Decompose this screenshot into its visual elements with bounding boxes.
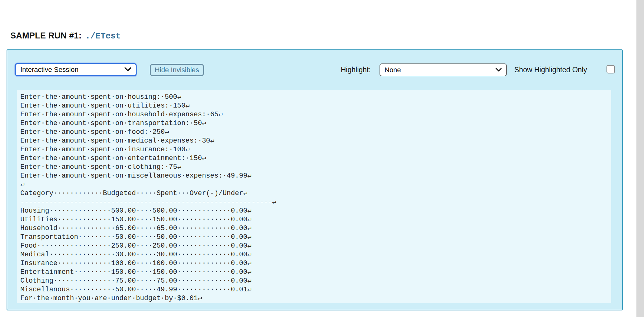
terminal-line: Medical················30.00·····30.00··… (20, 250, 611, 259)
run-command-text: ./ETest (85, 32, 121, 41)
terminal-output: Enter·the·amount·spent·on·housing:·500↵ … (17, 90, 611, 303)
terminal-line: Transportation·········50.00·····50.00··… (20, 233, 611, 242)
terminal-line: Enter·the·amount·spent·on·utilities:·150… (20, 102, 611, 110)
show-highlighted-only-label: Show Highlighted Only (514, 66, 587, 74)
sample-run-panel: Interactive Session Hide Invisibles High… (7, 49, 623, 310)
terminal-line: Enter·the·amount·spent·on·medical·expens… (20, 137, 611, 145)
terminal-line: Enter·the·amount·spent·on·entertainment:… (20, 154, 611, 163)
terminal-line: Enter·the·amount·spent·on·transportation… (20, 119, 611, 128)
hide-invisibles-button[interactable]: Hide Invisibles (150, 64, 204, 76)
terminal-line: Enter·the·amount·spent·on·food:·250↵ (20, 128, 611, 137)
terminal-line: Housing···············500.00····500.00··… (20, 207, 611, 215)
highlight-select-value: None (385, 66, 493, 74)
terminal-line: Enter·the·amount·spent·on·household·expe… (20, 110, 611, 119)
terminal-line: ↵ (20, 180, 611, 189)
terminal-line-table-divider: ----------------------------------------… (20, 198, 611, 207)
terminal-line-table-header: Category············Budgeted·····Spent··… (20, 189, 611, 198)
session-select-value: Interactive Session (20, 66, 122, 74)
highlight-label: Highlight: (341, 66, 371, 74)
terminal-line: Insurance·············100.00····100.00··… (20, 259, 611, 268)
terminal-line: Entertainment·········150.00····150.00··… (20, 268, 611, 277)
page: SAMPLE RUN #1:./ETest Interactive Sessio… (0, 0, 644, 317)
terminal-line: Clothing···············75.00·····75.00··… (20, 277, 611, 285)
sample-run-label: SAMPLE RUN #1: (10, 31, 82, 40)
session-select[interactable]: Interactive Session (15, 63, 137, 76)
show-highlighted-only-checkbox[interactable] (606, 65, 615, 73)
terminal-line: Utilities·············150.00····150.00··… (20, 215, 611, 224)
terminal-line: Miscellanous···········50.00·····49.99··… (20, 285, 611, 294)
terminal-line: Food··················250.00····250.00··… (20, 242, 611, 250)
terminal-line: Enter·the·amount·spent·on·insurance:·100… (20, 145, 611, 154)
sample-run-heading: SAMPLE RUN #1:./ETest (10, 31, 121, 41)
chevron-down-icon (496, 67, 502, 73)
terminal-line: For·the·month·you·are·under·budget·by·$0… (20, 294, 611, 303)
terminal-line: Household··············65.00·····65.00··… (20, 224, 611, 233)
terminal-line: Enter·the·amount·spent·on·housing:·500↵ (20, 93, 611, 102)
chevron-down-icon (124, 67, 131, 73)
terminal-line: Enter·the·amount·spent·on·miscellaneous·… (20, 172, 611, 180)
highlight-select[interactable]: None (380, 63, 507, 76)
terminal-line: Enter·the·amount·spent·on·clothing:·75↵ (20, 163, 611, 172)
scrollbar-gutter (636, 0, 644, 317)
